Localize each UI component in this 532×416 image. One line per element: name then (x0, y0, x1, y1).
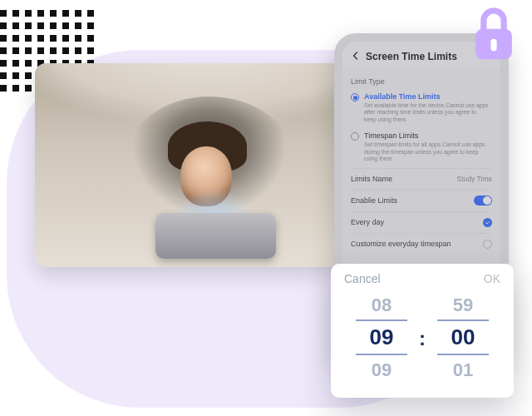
tablet-device (155, 213, 276, 259)
section-limit-type: Limit Type (351, 77, 492, 86)
row-enable-limits: Enablie Limits (351, 189, 492, 211)
hour-prev: 08 (372, 290, 392, 319)
row-limits-name[interactable]: Limits Name Study Time (351, 168, 492, 189)
row-every-day[interactable]: Every day (351, 211, 492, 233)
time-separator: : (419, 324, 426, 350)
option-description: Set timespan limits for all apps.Cannot … (364, 141, 489, 162)
arrow-left-icon (351, 51, 361, 61)
page-title: Screen Time Limits (366, 51, 457, 62)
hour-wheel[interactable]: 08 09 09 (356, 290, 407, 384)
screen-body: Limit Type Available Time Limits Set ava… (342, 69, 500, 263)
time-picker: Cancel OK 08 09 09 : 59 00 01 (331, 264, 514, 398)
check-icon (483, 218, 492, 227)
row-label: Limits Name (351, 175, 392, 183)
radio-open-icon (351, 132, 359, 141)
time-wheels: 08 09 09 : 59 00 01 (344, 290, 500, 384)
hour-selected: 09 (356, 319, 407, 355)
option-content: Available Time Limits Set available time… (364, 92, 489, 123)
hour-next: 09 (372, 355, 392, 384)
back-button[interactable] (351, 50, 361, 62)
cancel-button[interactable]: Cancel (344, 272, 381, 285)
option-description: Set available time for the device.Cannot… (364, 102, 489, 123)
enable-limits-toggle[interactable] (474, 196, 492, 206)
minute-wheel[interactable]: 59 00 01 (437, 290, 489, 384)
radio-checked-icon (351, 93, 359, 102)
lock-icon (469, 7, 519, 63)
minute-next: 01 (453, 355, 473, 384)
minute-selected: 00 (437, 319, 489, 355)
lock-badge (464, 5, 524, 65)
ok-button[interactable]: OK (484, 272, 500, 285)
time-picker-actions: Cancel OK (344, 272, 500, 285)
option-label: Timespan Limits (364, 131, 489, 140)
hero-photo (35, 63, 351, 267)
option-label: Available Time Limits (364, 92, 489, 101)
option-content: Timespan Limits Set timespan limits for … (364, 131, 489, 162)
option-available-time-limits[interactable]: Available Time Limits Set available time… (351, 89, 492, 128)
row-label: Enablie Limits (351, 196, 397, 205)
row-value: Study Time (456, 175, 492, 183)
minute-prev: 59 (453, 290, 473, 319)
option-timespan-limits[interactable]: Timespan Limits Set timespan limits for … (351, 128, 492, 167)
row-label: Customize everyday timespan (351, 240, 451, 248)
radio-open-icon (483, 240, 492, 249)
row-label: Every day (351, 218, 384, 226)
svg-rect-1 (490, 39, 496, 52)
row-customize-timespan[interactable]: Customize everyday timespan (351, 233, 492, 255)
